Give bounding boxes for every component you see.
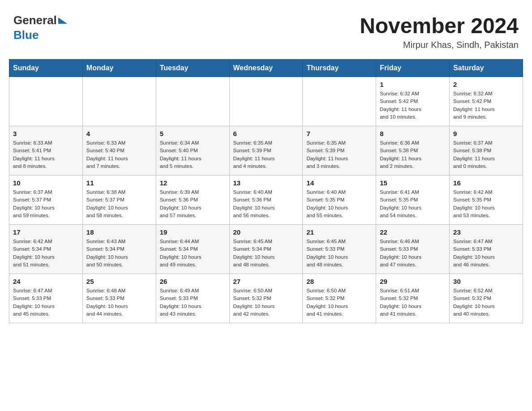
day-number: 30 <box>453 278 519 285</box>
day-info: Sunrise: 6:50 AM Sunset: 5:32 PM Dayligh… <box>233 287 299 318</box>
day-info: Sunrise: 6:49 AM Sunset: 5:33 PM Dayligh… <box>160 287 226 318</box>
day-number: 22 <box>380 228 446 236</box>
calendar-week-row: 1Sunrise: 6:32 AM Sunset: 5:42 PM Daylig… <box>9 77 523 126</box>
day-info: Sunrise: 6:47 AM Sunset: 5:33 PM Dayligh… <box>13 287 79 318</box>
calendar-cell: 22Sunrise: 6:46 AM Sunset: 5:33 PM Dayli… <box>376 225 450 274</box>
calendar-cell <box>9 77 83 126</box>
day-number: 28 <box>306 278 372 285</box>
day-info: Sunrise: 6:39 AM Sunset: 5:36 PM Dayligh… <box>160 188 226 219</box>
day-number: 5 <box>160 130 226 137</box>
calendar-day-header: Monday <box>82 60 156 77</box>
day-info: Sunrise: 6:46 AM Sunset: 5:33 PM Dayligh… <box>380 238 446 269</box>
calendar-cell <box>82 77 156 126</box>
calendar-cell: 23Sunrise: 6:47 AM Sunset: 5:33 PM Dayli… <box>450 225 523 274</box>
calendar-cell: 16Sunrise: 6:42 AM Sunset: 5:35 PM Dayli… <box>450 176 523 225</box>
day-info: Sunrise: 6:40 AM Sunset: 5:35 PM Dayligh… <box>306 188 372 219</box>
calendar-cell <box>229 77 303 126</box>
calendar-cell: 20Sunrise: 6:45 AM Sunset: 5:34 PM Dayli… <box>229 225 303 274</box>
calendar-cell: 14Sunrise: 6:40 AM Sunset: 5:35 PM Dayli… <box>303 176 376 225</box>
day-number: 24 <box>13 278 79 285</box>
day-info: Sunrise: 6:32 AM Sunset: 5:42 PM Dayligh… <box>453 90 519 121</box>
calendar-cell: 2Sunrise: 6:32 AM Sunset: 5:42 PM Daylig… <box>450 77 523 126</box>
calendar-cell: 21Sunrise: 6:45 AM Sunset: 5:33 PM Dayli… <box>303 225 376 274</box>
day-number: 19 <box>160 228 226 236</box>
day-number: 9 <box>453 130 519 137</box>
calendar-cell <box>156 77 229 126</box>
calendar-cell: 30Sunrise: 6:52 AM Sunset: 5:32 PM Dayli… <box>450 274 523 323</box>
day-info: Sunrise: 6:47 AM Sunset: 5:33 PM Dayligh… <box>453 238 519 269</box>
calendar-day-header: Saturday <box>450 60 523 77</box>
day-info: Sunrise: 6:33 AM Sunset: 5:41 PM Dayligh… <box>13 139 79 170</box>
logo-general-text: General <box>13 13 57 27</box>
day-number: 15 <box>380 179 446 187</box>
day-info: Sunrise: 6:37 AM Sunset: 5:38 PM Dayligh… <box>453 139 519 170</box>
day-number: 27 <box>233 278 299 285</box>
calendar-cell: 11Sunrise: 6:38 AM Sunset: 5:37 PM Dayli… <box>82 176 156 225</box>
day-number: 13 <box>233 179 299 187</box>
day-info: Sunrise: 6:41 AM Sunset: 5:35 PM Dayligh… <box>380 188 446 219</box>
calendar-cell: 4Sunrise: 6:33 AM Sunset: 5:40 PM Daylig… <box>82 126 156 176</box>
title-block: November 2024 Mirpur Khas, Sindh, Pakist… <box>360 13 519 50</box>
day-info: Sunrise: 6:37 AM Sunset: 5:37 PM Dayligh… <box>13 188 79 219</box>
day-info: Sunrise: 6:34 AM Sunset: 5:40 PM Dayligh… <box>160 139 226 170</box>
calendar-table: SundayMondayTuesdayWednesdayThursdayFrid… <box>9 59 523 323</box>
day-number: 26 <box>160 278 226 285</box>
calendar-day-header: Wednesday <box>229 60 303 77</box>
day-number: 2 <box>453 81 519 88</box>
calendar-cell: 28Sunrise: 6:50 AM Sunset: 5:32 PM Dayli… <box>303 274 376 323</box>
day-info: Sunrise: 6:50 AM Sunset: 5:32 PM Dayligh… <box>306 287 372 318</box>
day-info: Sunrise: 6:52 AM Sunset: 5:32 PM Dayligh… <box>453 287 519 318</box>
day-info: Sunrise: 6:48 AM Sunset: 5:33 PM Dayligh… <box>86 287 152 318</box>
calendar-day-header: Sunday <box>9 60 83 77</box>
calendar-cell: 3Sunrise: 6:33 AM Sunset: 5:41 PM Daylig… <box>9 126 83 176</box>
day-number: 7 <box>306 130 372 137</box>
calendar-week-row: 17Sunrise: 6:42 AM Sunset: 5:34 PM Dayli… <box>9 225 523 274</box>
day-info: Sunrise: 6:35 AM Sunset: 5:39 PM Dayligh… <box>306 139 372 170</box>
calendar-week-row: 3Sunrise: 6:33 AM Sunset: 5:41 PM Daylig… <box>9 126 523 176</box>
calendar-cell: 18Sunrise: 6:43 AM Sunset: 5:34 PM Dayli… <box>82 225 156 274</box>
day-info: Sunrise: 6:33 AM Sunset: 5:40 PM Dayligh… <box>86 139 152 170</box>
calendar-cell: 24Sunrise: 6:47 AM Sunset: 5:33 PM Dayli… <box>9 274 83 323</box>
calendar-cell: 25Sunrise: 6:48 AM Sunset: 5:33 PM Dayli… <box>82 274 156 323</box>
day-info: Sunrise: 6:51 AM Sunset: 5:32 PM Dayligh… <box>380 287 446 318</box>
page-header: General Blue November 2024 Mirpur Khas, … <box>9 9 523 50</box>
calendar-week-row: 24Sunrise: 6:47 AM Sunset: 5:33 PM Dayli… <box>9 274 523 323</box>
day-number: 25 <box>86 278 152 285</box>
calendar-day-header: Tuesday <box>156 60 229 77</box>
calendar-day-header: Friday <box>376 60 450 77</box>
day-number: 18 <box>86 228 152 236</box>
calendar-cell: 5Sunrise: 6:34 AM Sunset: 5:40 PM Daylig… <box>156 126 229 176</box>
calendar-cell: 1Sunrise: 6:32 AM Sunset: 5:42 PM Daylig… <box>376 77 450 126</box>
calendar-day-header: Thursday <box>303 60 376 77</box>
calendar-cell: 26Sunrise: 6:49 AM Sunset: 5:33 PM Dayli… <box>156 274 229 323</box>
day-number: 8 <box>380 130 446 137</box>
day-info: Sunrise: 6:42 AM Sunset: 5:34 PM Dayligh… <box>13 238 79 269</box>
calendar-cell: 19Sunrise: 6:44 AM Sunset: 5:34 PM Dayli… <box>156 225 229 274</box>
day-number: 29 <box>380 278 446 285</box>
day-number: 21 <box>306 228 372 236</box>
day-number: 10 <box>13 179 79 187</box>
calendar-cell: 27Sunrise: 6:50 AM Sunset: 5:32 PM Dayli… <box>229 274 303 323</box>
day-info: Sunrise: 6:45 AM Sunset: 5:33 PM Dayligh… <box>306 238 372 269</box>
calendar-cell: 15Sunrise: 6:41 AM Sunset: 5:35 PM Dayli… <box>376 176 450 225</box>
location-subtitle: Mirpur Khas, Sindh, Pakistan <box>360 40 519 50</box>
day-number: 16 <box>453 179 519 187</box>
calendar-cell: 8Sunrise: 6:36 AM Sunset: 5:38 PM Daylig… <box>376 126 450 176</box>
calendar-cell: 13Sunrise: 6:40 AM Sunset: 5:36 PM Dayli… <box>229 176 303 225</box>
day-info: Sunrise: 6:45 AM Sunset: 5:34 PM Dayligh… <box>233 238 299 269</box>
logo-arrow-icon <box>58 17 67 24</box>
logo-blue-text: Blue <box>13 28 39 42</box>
day-number: 4 <box>86 130 152 137</box>
day-number: 6 <box>233 130 299 137</box>
day-number: 1 <box>380 81 446 88</box>
calendar-cell: 7Sunrise: 6:35 AM Sunset: 5:39 PM Daylig… <box>303 126 376 176</box>
day-number: 14 <box>306 179 372 187</box>
day-info: Sunrise: 6:44 AM Sunset: 5:34 PM Dayligh… <box>160 238 226 269</box>
day-number: 20 <box>233 228 299 236</box>
calendar-cell: 12Sunrise: 6:39 AM Sunset: 5:36 PM Dayli… <box>156 176 229 225</box>
day-number: 11 <box>86 179 152 187</box>
calendar-header-row: SundayMondayTuesdayWednesdayThursdayFrid… <box>9 60 523 77</box>
day-number: 17 <box>13 228 79 236</box>
calendar-cell <box>303 77 376 126</box>
day-number: 23 <box>453 228 519 236</box>
